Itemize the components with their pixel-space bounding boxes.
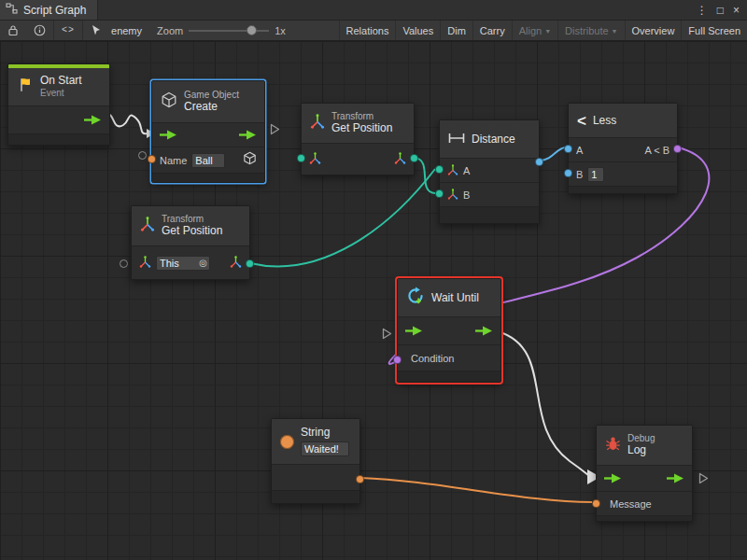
this-input-port[interactable] [297,154,305,162]
wire-string-to-debuglog-message[interactable] [360,478,592,502]
node-get-position-1[interactable]: Transform Get Position [301,103,415,175]
node-debug-log[interactable]: Debug Log Message [596,425,693,522]
b-value-field[interactable] [587,167,604,182]
string-value-field[interactable] [301,441,349,456]
wire-getposition2-to-distance-a[interactable] [250,169,435,266]
button-label: Distribute [565,25,608,36]
condition-label: Condition [411,353,454,364]
input-port-a[interactable] [564,145,572,153]
node-get-position-2[interactable]: Transform Get Position ◎ [131,205,250,280]
result-output-port[interactable] [673,145,682,153]
flag-icon [17,77,34,97]
node-title: On Start [40,75,82,88]
align-button[interactable]: Align▼ [512,21,557,40]
node-footer [8,133,109,145]
node-title: Create [184,101,239,114]
zoom-label: Zoom [151,25,189,36]
transform-icon [310,114,325,133]
values-button[interactable]: Values [395,21,440,40]
distance-icon [448,131,465,147]
exec-output-port[interactable] [475,326,493,336]
maximize-icon[interactable]: □ [717,4,724,17]
distribute-button[interactable]: Distribute▼ [557,21,624,40]
output-label: A < B [644,145,669,156]
exec-input-port[interactable] [160,130,177,140]
name-value-field[interactable] [191,153,225,168]
name-input-port[interactable] [148,155,156,163]
exec-output-port[interactable] [667,473,684,483]
relations-button[interactable]: Relations [339,21,396,40]
position-output-port[interactable] [246,259,254,268]
input-a-label: A [463,165,470,176]
input-port-b[interactable] [564,169,572,177]
unconnected-port-indicator[interactable] [120,259,128,268]
zoom-slider[interactable] [189,21,269,40]
button-label: Overview [632,25,675,36]
input-port-b[interactable] [435,189,444,198]
chevron-down-icon: ▼ [544,28,551,35]
position-output-port[interactable] [410,154,418,162]
tab-script-graph[interactable]: Script Graph [0,0,98,20]
script-graph-icon [6,3,18,17]
port-row: A [440,158,539,182]
dim-button[interactable]: Dim [440,21,472,40]
unconnected-port-indicator[interactable] [138,151,147,160]
game-object-output-icon[interactable] [243,151,257,169]
name-port-label: Name [160,155,187,166]
button-label: Values [402,25,433,36]
button-label: Full Screen [688,25,740,36]
node-title: Distance [472,133,515,146]
graph-target-name[interactable]: enemy [109,25,151,36]
input-port-a[interactable] [435,165,444,174]
exec-output-port[interactable] [239,130,257,140]
wire-distance-to-less-a[interactable] [540,147,566,161]
port-row: B [440,182,539,206]
code-view-icon[interactable]: <> [54,21,82,40]
info-icon[interactable] [26,21,53,40]
port-row: A A < B [569,137,677,161]
window-menu-icon[interactable]: ⋮ [697,4,708,17]
node-header: Wait Until [398,279,500,316]
full-screen-button[interactable]: Full Screen [681,21,747,40]
node-footer [398,371,500,382]
condition-input-port[interactable] [393,356,402,364]
port-row [398,316,500,344]
wire-getposition1-to-distance-b[interactable] [415,158,435,193]
target-icon[interactable]: ◎ [199,258,207,268]
node-distance[interactable]: Distance A B [439,119,540,224]
node-wait-until[interactable]: Wait Until Condition [397,278,501,383]
node-on-start-event[interactable]: On Start Event [7,63,110,146]
script-graph-window: Script Graph ⋮ □ × <> enemy Zoom 1x Rela… [0,0,747,560]
node-less[interactable]: < Less A A < B B [568,103,678,194]
distance-output-port[interactable] [535,158,543,166]
close-icon[interactable]: × [733,4,740,17]
zoom-slider-track[interactable] [189,30,269,32]
cursor-icon [83,21,109,40]
input-a-label: A [576,145,583,156]
port-row [272,464,359,490]
lock-icon[interactable] [0,21,26,40]
button-label: Dim [447,25,466,36]
graph-canvas[interactable]: On Start Event Game Object Create [0,41,747,560]
node-footer [152,173,264,182]
node-title: Wait Until [431,291,479,304]
zoom-slider-knob[interactable] [247,25,257,35]
node-string-literal[interactable]: String [271,418,360,504]
node-title: Log [627,444,655,457]
node-title: Less [593,114,616,127]
cube-icon [161,91,177,112]
node-create-game-object[interactable]: Game Object Create Name [151,80,265,183]
wire-waituntil-to-debuglog[interactable] [498,331,588,475]
port-row [597,465,692,491]
message-input-port[interactable] [592,499,600,508]
carry-button[interactable]: Carry [472,21,512,40]
exec-input-port[interactable] [604,473,622,483]
string-output-port[interactable] [356,475,364,483]
node-header: On Start Event [8,68,109,105]
title-bar: Script Graph ⋮ □ × [0,0,747,21]
toolbar-buttons: Relations Values Dim Carry Align▼ Distri… [339,21,747,40]
overview-button[interactable]: Overview [625,21,682,40]
exec-output-port[interactable] [84,115,102,125]
transform-icon [140,217,155,235]
exec-input-port[interactable] [405,326,423,336]
